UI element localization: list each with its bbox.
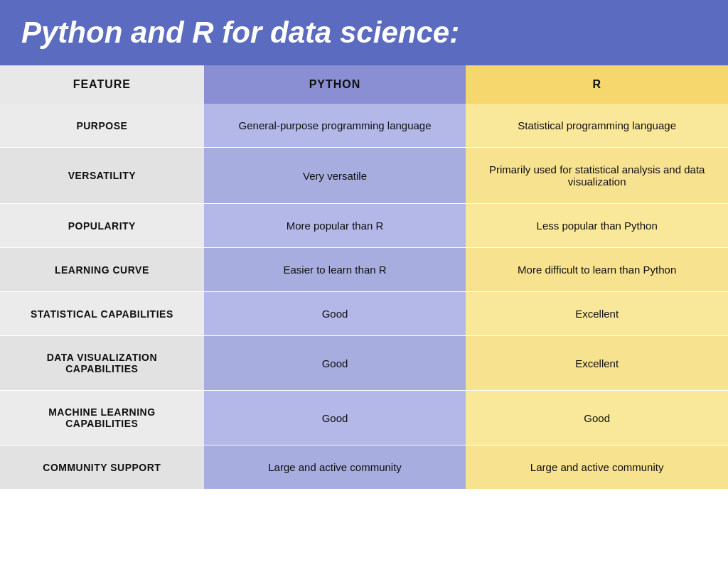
feature-cell: PURPOSE — [0, 104, 204, 148]
python-cell: Good — [204, 292, 466, 336]
r-cell: Excellent — [466, 336, 728, 391]
comparison-table-container: FEATURE PYTHON R PURPOSEGeneral-purpose … — [0, 65, 728, 490]
python-cell: General-purpose programming language — [204, 104, 466, 148]
table-row: COMMUNITY SUPPORTLarge and active commun… — [0, 445, 728, 490]
feature-cell: MACHINE LEARNING CAPABILITIES — [0, 391, 204, 445]
feature-cell: POPULARITY — [0, 204, 204, 248]
python-cell: Good — [204, 336, 466, 391]
feature-column-header: FEATURE — [0, 65, 204, 104]
feature-cell: COMMUNITY SUPPORT — [0, 445, 204, 490]
feature-cell: DATA VISUALIZATION CAPABILITIES — [0, 336, 204, 391]
table-row: MACHINE LEARNING CAPABILITIESGoodGood — [0, 391, 728, 445]
table-row: PURPOSEGeneral-purpose programming langu… — [0, 104, 728, 148]
r-cell: Primarily used for statistical analysis … — [466, 148, 728, 204]
r-cell: Large and active community — [466, 445, 728, 490]
python-cell: More popular than R — [204, 204, 466, 248]
r-cell: Less popular than Python — [466, 204, 728, 248]
table-row: LEARNING CURVEEasier to learn than RMore… — [0, 248, 728, 292]
feature-cell: LEARNING CURVE — [0, 248, 204, 292]
table-row: VERSATILITYVery versatilePrimarily used … — [0, 148, 728, 204]
comparison-table: FEATURE PYTHON R PURPOSEGeneral-purpose … — [0, 65, 728, 490]
python-cell: Very versatile — [204, 148, 466, 204]
table-row: POPULARITYMore popular than RLess popula… — [0, 204, 728, 248]
python-cell: Good — [204, 391, 466, 445]
table-row: DATA VISUALIZATION CAPABILITIESGoodExcel… — [0, 336, 728, 391]
r-column-header: R — [466, 65, 728, 104]
page-header: Python and R for data science: — [0, 0, 728, 65]
table-header-row: FEATURE PYTHON R — [0, 65, 728, 104]
python-cell: Large and active community — [204, 445, 466, 490]
python-cell: Easier to learn than R — [204, 248, 466, 292]
feature-cell: STATISTICAL CAPABILITIES — [0, 292, 204, 336]
python-column-header: PYTHON — [204, 65, 466, 104]
feature-cell: VERSATILITY — [0, 148, 204, 204]
r-cell: More difficult to learn than Python — [466, 248, 728, 292]
table-row: STATISTICAL CAPABILITIESGoodExcellent — [0, 292, 728, 336]
r-cell: Excellent — [466, 292, 728, 336]
r-cell: Good — [466, 391, 728, 445]
r-cell: Statistical programming language — [466, 104, 728, 148]
page-title: Python and R for data science: — [21, 16, 707, 50]
